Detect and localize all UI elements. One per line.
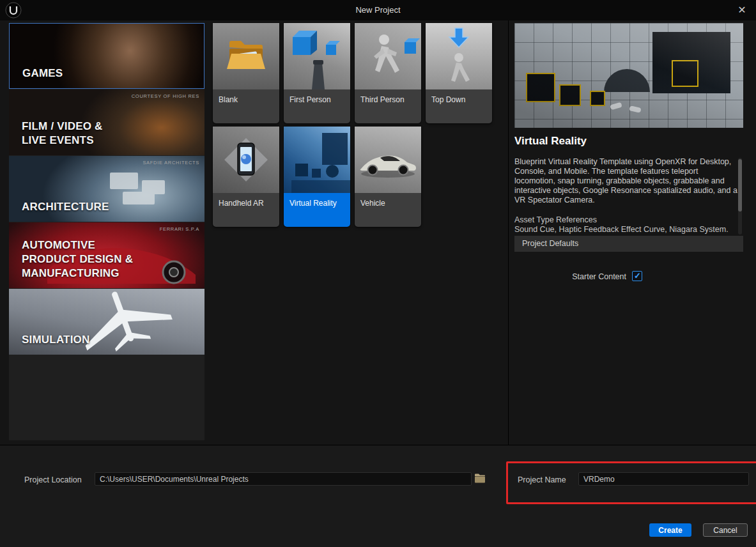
preview-cube [526,73,555,102]
category-label: GAMES [22,66,63,81]
panel-divider [508,20,509,445]
vr-controller-icon [610,102,622,110]
template-details-title: Virtual Reality [514,135,587,148]
browse-folder-button[interactable] [474,472,486,485]
preview-cube [590,91,605,106]
template-third-person[interactable]: Third Person [355,23,421,123]
third-person-thumbnail [355,23,421,89]
template-top-down[interactable]: Top Down [426,23,492,123]
template-label: Handheld AR [213,193,279,227]
template-description: Blueprint Virtual Reality Template using… [514,157,739,205]
folder-icon [213,23,279,89]
details-scrollbar[interactable] [738,158,742,235]
category-credit: FERRARI S.P.A [160,226,199,232]
template-label: First Person [284,89,350,123]
preview-doorway [652,32,730,93]
category-credit: COURTESY OF HIGH RES [132,93,199,99]
project-location-label: Project Location [24,475,82,484]
top-down-thumbnail [426,23,492,89]
project-name-input[interactable] [578,472,749,486]
category-label: ARCHITECTURE [22,200,109,214]
footer-bar: Project Location Project Name Create Can… [0,445,756,547]
preview-dome [604,69,650,92]
template-first-person[interactable]: First Person [284,23,350,123]
car-icon [355,127,421,193]
template-label: Vehicle [355,193,421,227]
blank-thumbnail [213,23,279,89]
template-virtual-reality[interactable]: Virtual Reality [284,127,350,227]
down-arrow-icon [426,23,492,89]
template-label: Virtual Reality [284,193,350,227]
folder-icon [474,472,486,485]
preview-cube [559,84,581,106]
asset-type-references-label: Asset Type References [514,215,597,224]
starter-content-checkbox[interactable] [632,271,642,281]
template-handheld-ar[interactable]: Handheld AR [213,127,279,227]
template-label: Top Down [426,89,492,123]
template-label: Blank [213,89,279,123]
template-label: Third Person [355,89,421,123]
vehicle-thumbnail [355,127,421,193]
category-simulation[interactable]: SIMULATION [9,289,204,355]
handheld-ar-thumbnail [213,127,279,193]
mannequin-icon [355,23,421,89]
template-preview-image [514,23,743,128]
project-location-input[interactable] [95,472,472,486]
details-scrollbar-thumb[interactable] [738,159,742,212]
preview-cube [672,60,698,87]
category-label: SIMULATION [22,333,90,347]
project-defaults-header[interactable]: Project Defaults [514,236,743,252]
category-architecture[interactable]: SAFDIE ARCHITECTS ARCHITECTURE [9,156,204,222]
create-button[interactable]: Create [649,523,691,537]
cancel-button[interactable]: Cancel [703,523,748,537]
category-label: AUTOMOTIVE PRODUCT DESIGN & MANUFACTURIN… [22,238,133,281]
window-title: New Project [0,0,756,20]
category-automotive[interactable]: FERRARI S.P.A AUTOMOTIVE PRODUCT DESIGN … [9,222,204,288]
category-label: FILM / VIDEO & LIVE EVENTS [22,119,103,148]
category-list: GAMES COURTESY OF HIGH RES FILM / VIDEO … [9,23,204,440]
title-bar: New Project ✕ [0,0,756,20]
project-name-label: Project Name [518,475,566,484]
category-games[interactable]: GAMES [9,23,204,89]
phone-icon [213,127,279,193]
new-project-dialog: New Project ✕ GAMES COURTESY OF HIGH RES… [0,0,756,547]
vr-controller-icon [629,105,641,113]
vr-scene-icon [284,127,350,193]
template-vehicle[interactable]: Vehicle [355,127,421,227]
category-film-video-live-events[interactable]: COURTESY OF HIGH RES FILM / VIDEO & LIVE… [9,89,204,155]
asset-type-references-list: Sound Cue, Haptic Feedback Effect Curve,… [514,225,739,234]
virtual-reality-thumbnail [284,127,350,193]
template-blank[interactable]: Blank [213,23,279,123]
starter-content-label: Starter Content [514,272,626,281]
first-person-icon [284,23,350,89]
first-person-thumbnail [284,23,350,89]
category-credit: SAFDIE ARCHITECTS [143,160,199,166]
close-icon[interactable]: ✕ [733,0,751,20]
